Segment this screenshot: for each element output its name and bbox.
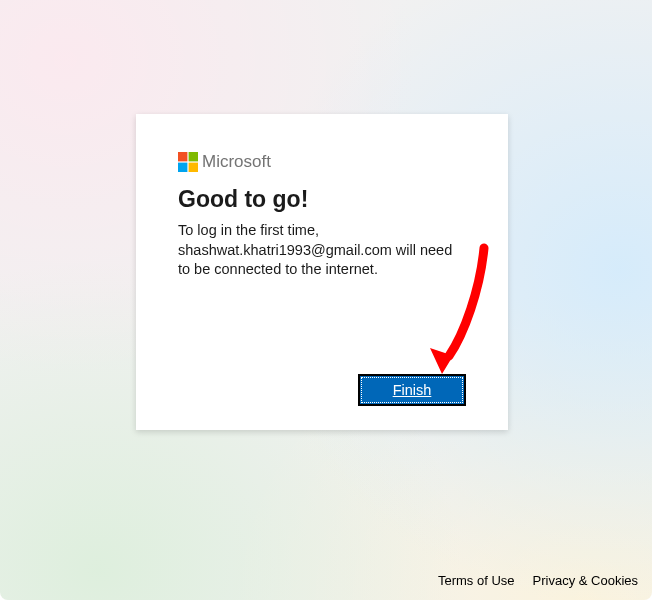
finish-button[interactable]: Finish bbox=[358, 374, 466, 406]
svg-rect-1 bbox=[189, 152, 198, 161]
terms-of-use-link[interactable]: Terms of Use bbox=[438, 573, 515, 588]
dialog-title: Good to go! bbox=[178, 186, 466, 213]
dialog-card: Microsoft Good to go! To log in the firs… bbox=[136, 114, 508, 430]
footer-links: Terms of Use Privacy & Cookies bbox=[438, 573, 638, 588]
brand-name: Microsoft bbox=[202, 152, 271, 172]
svg-rect-2 bbox=[178, 163, 187, 172]
finish-button-label: Finish bbox=[393, 382, 432, 398]
background: Microsoft Good to go! To log in the firs… bbox=[0, 0, 652, 600]
microsoft-brand: Microsoft bbox=[178, 152, 466, 172]
privacy-cookies-link[interactable]: Privacy & Cookies bbox=[533, 573, 638, 588]
microsoft-logo-icon bbox=[178, 152, 198, 172]
svg-rect-3 bbox=[189, 163, 198, 172]
dialog-description: To log in the first time, shashwat.khatr… bbox=[178, 221, 466, 280]
svg-rect-0 bbox=[178, 152, 187, 161]
